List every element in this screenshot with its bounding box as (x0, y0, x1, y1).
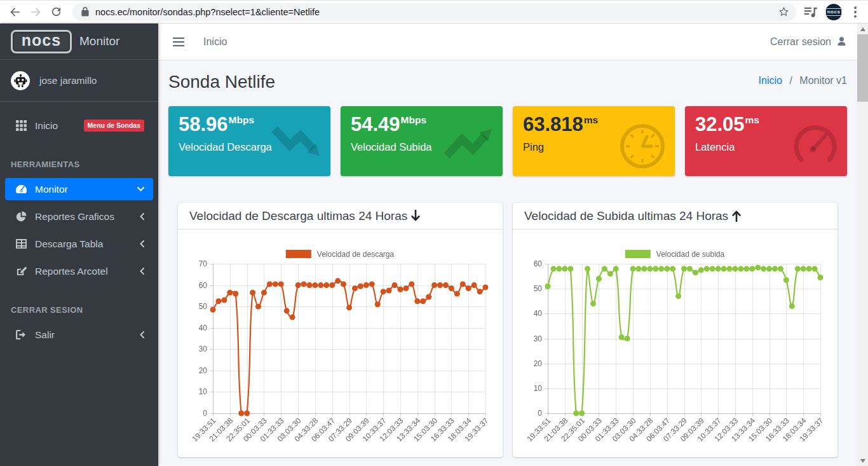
upload-chart-title: Velocidad de Subida ultimas 24 Horas (524, 209, 728, 223)
stat-unit: ms (745, 114, 759, 125)
topnav-right: Cerrar sesion (770, 36, 847, 48)
chart-down-icon (272, 123, 322, 165)
browser-forward-button[interactable] (25, 2, 46, 22)
upload-chart-canvas (519, 236, 831, 451)
sidebar: nocs Monitor (0, 24, 158, 466)
user-icon (836, 36, 847, 47)
browser-reload-button[interactable] (46, 2, 66, 22)
stats-row: 58.96Mbps Velocidad Descarga 54.49Mbps V… (168, 106, 847, 176)
arrow-up-icon (732, 210, 741, 222)
stat-value: 63.818 (523, 113, 583, 135)
sidebar-item-label: Reportes Arcotel (35, 266, 108, 277)
kebab-menu-icon (854, 6, 857, 18)
stat-value: 54.49 (351, 113, 400, 135)
breadcrumb-inicio-link[interactable]: Inicio (759, 75, 782, 86)
stat-unit: Mbps (401, 114, 426, 125)
stat-value: 58.96 (179, 113, 228, 135)
stat-unit: Mbps (229, 114, 254, 125)
brand-title: Monitor (79, 34, 119, 48)
hamburger-icon (173, 38, 184, 46)
chevron-left-icon (140, 331, 144, 338)
nocs-logo-text: nocs (22, 32, 61, 48)
sidebar-item-descarga-tabla[interactable]: Descarga Tabla (5, 233, 153, 255)
address-bar[interactable]: nocs.ec/monitor/sondas.php?nselect=1&cli… (72, 3, 796, 21)
sidebar-item-inicio[interactable]: Inicio Menu de Sondas (5, 114, 153, 137)
stat-value: 32.05 (695, 113, 745, 135)
browser-menu-button[interactable] (848, 6, 863, 18)
arrow-down-icon (411, 210, 420, 222)
user-panel: jose jaramillo (0, 60, 158, 102)
back-arrow-icon (9, 6, 22, 18)
grid-icon (13, 120, 29, 131)
download-chart-card: Velocidad de Descarga ultimas 24 Horas (178, 203, 503, 457)
sign-out-icon (13, 330, 29, 339)
download-chart-body (178, 230, 503, 460)
page-title: Sonda Netlife (168, 72, 275, 92)
upload-chart-card: Velocidad de Subida ultimas 24 Horas (513, 203, 837, 457)
menu-sondas-badge: Menu de Sondas (84, 120, 144, 132)
charts-row: Velocidad de Descarga ultimas 24 Horas V… (178, 203, 837, 457)
profile-avatar-label: nocs (825, 8, 843, 16)
main-area: Inicio Cerrar sesion Sonda Netlife Inici… (158, 24, 857, 466)
sidebar-item-label: Monitor (35, 184, 68, 195)
sidebar-item-label: Reportes Graficos (35, 211, 114, 223)
stat-card-latencia: 32.05ms Latencia (685, 106, 847, 176)
stat-unit: ms (584, 114, 598, 125)
sidebar-item-salir[interactable]: Salir (5, 324, 153, 346)
sidebar-nav: Inicio Menu de Sondas HERRAMIENTAS Monit… (0, 114, 158, 346)
playlist-icon (804, 6, 818, 18)
breadcrumb-current: Monitor v1 (799, 75, 847, 86)
top-navbar: Inicio Cerrar sesion (158, 24, 857, 60)
browser-back-button[interactable] (5, 2, 25, 22)
scrollbar-thumb[interactable] (857, 34, 868, 102)
chevron-left-icon (140, 240, 144, 247)
chevron-left-icon (140, 268, 144, 275)
sidebar-item-reportes-arcotel[interactable]: Reportes Arcotel (5, 260, 153, 282)
extension-button[interactable] (801, 6, 820, 18)
user-name[interactable]: jose jaramillo (39, 75, 97, 86)
nocs-logo: nocs (11, 30, 72, 53)
url-text: nocs.ec/monitor/sondas.php?nselect=1&cli… (95, 7, 775, 17)
logout-link[interactable]: Cerrar sesion (770, 36, 831, 48)
page-scrollbar[interactable] (857, 24, 868, 466)
user-avatar[interactable] (11, 71, 30, 90)
brand-header[interactable]: nocs Monitor (0, 24, 158, 60)
breadcrumb: Inicio / Monitor v1 (759, 75, 847, 86)
scrollbar-down-arrow[interactable] (857, 455, 868, 466)
clock-icon (619, 123, 666, 172)
topnav-inicio-link[interactable]: Inicio (203, 36, 227, 48)
sidebar-item-label: Descarga Tabla (35, 238, 103, 250)
page-header: Sonda Netlife Inicio / Monitor v1 (168, 70, 847, 106)
sidebar-item-monitor[interactable]: Monitor (5, 178, 153, 200)
upload-chart-body (513, 230, 837, 460)
robot-avatar-icon (13, 73, 29, 89)
download-chart-header: Velocidad de Descarga ultimas 24 Horas (178, 203, 503, 230)
chevron-down-icon (137, 187, 144, 191)
download-chart-title: Velocidad de Descarga ultimas 24 Horas (189, 209, 407, 223)
browser-toolbar: nocs.ec/monitor/sondas.php?nselect=1&cli… (0, 0, 868, 24)
stat-card-velocidad-subida: 54.49Mbps Velocidad Subida (341, 106, 503, 176)
bookmark-star-button[interactable] (775, 3, 792, 21)
sidebar-item-label: Inicio (35, 120, 58, 132)
lock-icon (81, 7, 89, 17)
download-chart-canvas (184, 236, 496, 451)
chevron-left-icon (140, 213, 144, 220)
stat-card-velocidad-descarga: 58.96Mbps Velocidad Descarga (168, 106, 330, 176)
browser-toolbar-right: nocs (801, 4, 864, 20)
sidebar-toggle-button[interactable] (173, 38, 184, 46)
reload-icon (50, 6, 62, 18)
sidebar-item-reportes-graficos[interactable]: Reportes Graficos (5, 205, 153, 228)
table-icon (13, 239, 29, 249)
breadcrumb-separator: / (789, 75, 792, 86)
scrollbar-up-arrow[interactable] (857, 24, 868, 34)
stat-card-ping: 63.818ms Ping (513, 106, 675, 176)
tachometer-icon (13, 184, 29, 195)
upload-chart-header: Velocidad de Subida ultimas 24 Horas (513, 203, 837, 230)
sidebar-section-herramientas: HERRAMIENTAS (5, 142, 153, 178)
browser-profile-avatar[interactable]: nocs (825, 4, 842, 20)
star-icon (778, 6, 789, 17)
content: Sonda Netlife Inicio / Monitor v1 58.96M… (158, 60, 857, 457)
app-window: nocs Monitor (0, 24, 868, 466)
edit-icon (13, 266, 29, 277)
pie-chart-icon (13, 211, 29, 222)
